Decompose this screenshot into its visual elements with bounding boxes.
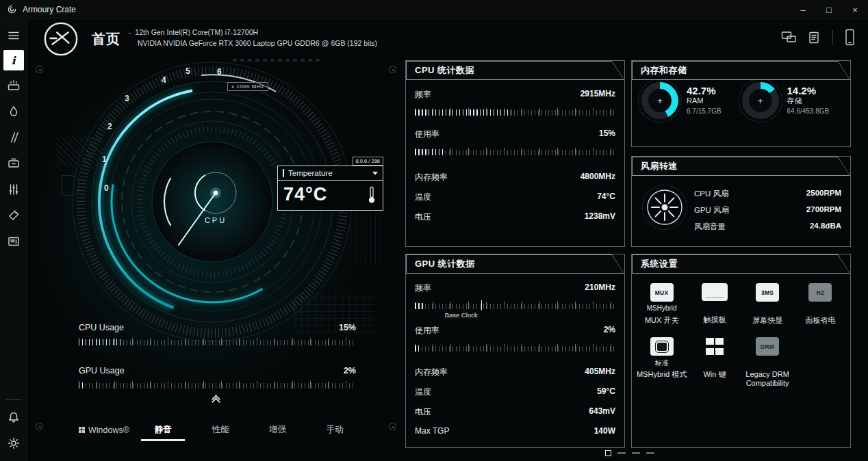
storage-donut-chart: + xyxy=(742,82,779,119)
sidebar: i xyxy=(0,19,27,461)
corner-target-mark xyxy=(36,66,43,73)
sidebar-item-home[interactable]: i xyxy=(3,50,24,70)
tooltip-title: Temperature xyxy=(283,169,333,177)
gpu-load-value: 2% xyxy=(604,325,615,337)
titlebar: Armoury Crate – □ × xyxy=(0,0,868,19)
mode-manual[interactable]: 手动 xyxy=(310,420,359,441)
svg-text:CPU: CPU xyxy=(205,216,227,224)
gpu-usage-meter: GPU Usage 2% xyxy=(79,366,356,388)
maximize-button[interactable]: □ xyxy=(816,0,842,19)
cpu-usage-ruler xyxy=(79,338,356,345)
aura-sync-icon[interactable] xyxy=(2,100,25,122)
gauge-tooltip: 8.0.6 / 286 Temperature 74°C xyxy=(277,157,383,211)
windows-icon xyxy=(79,427,85,433)
setting-legacy-drm[interactable]: DRM Legacy DRM Compatibility xyxy=(742,337,793,388)
setting-mshybrid-mode[interactable]: 标准 MSHybrid 模式 xyxy=(636,337,687,388)
fan-icon xyxy=(645,187,685,227)
cpu-usage-meter: CPU Usage 15% xyxy=(79,323,356,345)
cpu-freq-label: 频率 xyxy=(415,89,431,101)
page-dot[interactable] xyxy=(617,452,626,454)
scenario-profiles-icon[interactable] xyxy=(2,126,25,148)
armoury-crate-window: Armoury Crate – □ × i xyxy=(0,0,868,461)
mode-windows[interactable]: Windows® xyxy=(77,420,131,441)
storage-label: 存储 xyxy=(787,96,830,106)
page-dot[interactable] xyxy=(632,452,640,454)
cpu-freq-ruler xyxy=(415,108,615,116)
app-title: Armoury Crate xyxy=(23,5,76,14)
tools-icon[interactable] xyxy=(2,204,25,226)
hz-chip-icon: HZ xyxy=(808,283,832,302)
setting-mux-switch[interactable]: MUX MSHybrid MUX 开关 xyxy=(636,283,687,325)
drm-chip-icon: DRM xyxy=(756,337,779,356)
cpu-load-label: 使用率 xyxy=(415,129,439,140)
setting-win-key[interactable]: Win 键 xyxy=(689,337,740,388)
3ms-chip-icon: 3MS xyxy=(756,283,779,302)
device-settings-icon[interactable] xyxy=(2,178,25,200)
macro-keys-icon[interactable] xyxy=(808,31,821,44)
game-library-icon[interactable] xyxy=(2,152,25,174)
fan-speed-panel: 风扇转速 xyxy=(631,156,851,247)
mode-turbo[interactable]: 增强 xyxy=(253,420,302,441)
header-divider xyxy=(832,30,833,45)
system-settings-title: 系统设置 xyxy=(633,255,850,273)
cpu-chip-icon xyxy=(650,337,674,356)
mobile-device-icon[interactable] xyxy=(844,29,856,47)
mux-chip-icon: MUX xyxy=(650,283,674,302)
memory-storage-title: 内存和存储 xyxy=(633,62,850,79)
storage-detail: 64.6/453.8GB xyxy=(787,106,830,116)
page-dot-active[interactable] xyxy=(605,450,611,456)
performance-mode-bar: Windows® 静音 性能 增强 手动 xyxy=(77,420,359,441)
memory-storage-panel: 内存和存储 + 42.7% RAM 6.7/15.7GB + 14.2% 存储 xyxy=(631,60,851,147)
corner-target-mark xyxy=(389,423,396,430)
corner-target-mark xyxy=(36,423,43,430)
gpu-stats-title: GPU 统计数据 xyxy=(407,255,624,273)
close-button[interactable]: × xyxy=(842,0,868,19)
gauge-tick-2: 2 xyxy=(107,122,112,131)
mode-silent[interactable]: 静音 xyxy=(138,420,188,441)
cpu-stats-title: CPU 统计数据 xyxy=(407,62,624,79)
cpu-stats-panel: CPU 统计数据 频率 2915MHz 使用率 15% xyxy=(405,60,625,247)
cpu-usage-value: 15% xyxy=(339,323,356,332)
storage-percent: 14.2% xyxy=(787,85,830,96)
collapse-chevron[interactable] xyxy=(207,399,224,405)
plus-icon: + xyxy=(657,96,663,106)
cpu-load-value: 15% xyxy=(599,129,615,140)
gauge-scale-label: x 1000 MHz xyxy=(227,82,268,91)
mode-performance[interactable]: 性能 xyxy=(196,420,245,441)
ram-donut-group: + 42.7% RAM 6.7/15.7GB xyxy=(641,81,741,120)
gpu-usage-ruler xyxy=(79,381,356,388)
news-icon[interactable] xyxy=(2,230,25,252)
thermometer-icon xyxy=(368,186,376,204)
chevron-down-icon xyxy=(372,172,378,175)
gauge-tick-5: 5 xyxy=(186,66,190,76)
setting-panel-overdrive[interactable]: 3MS 屏幕快显 xyxy=(742,283,793,325)
ram-detail: 6.7/15.7GB xyxy=(687,106,722,116)
cpu-freq-value: 2915MHz xyxy=(580,89,615,101)
notifications-icon[interactable] xyxy=(2,406,25,428)
ram-percent: 42.7% xyxy=(687,85,722,96)
setting-panel-power-saver[interactable]: HZ 面板省电 xyxy=(795,283,846,325)
gpu-freq-label: 频率 xyxy=(415,282,431,294)
cpu-info: 12th Gen Intel(R) Core(TM) i7-12700H xyxy=(135,28,258,36)
device-lighting-icon[interactable] xyxy=(2,74,25,96)
device-view-icon[interactable] xyxy=(781,31,797,44)
page-indicator xyxy=(605,450,654,456)
storage-donut-group: + 14.2% 存储 64.6/453.8GB xyxy=(741,81,842,120)
minimize-button[interactable]: – xyxy=(790,0,816,19)
setting-touchpad[interactable]: 触摸板 xyxy=(689,283,740,325)
tooltip-meta: 8.0.6 / 286 xyxy=(353,157,383,166)
app-logo-icon xyxy=(7,4,17,14)
windows-logo-icon xyxy=(703,337,726,356)
gpu-stats-panel: GPU 统计数据 频率 210MHz Base Clock 使用率 xyxy=(405,254,625,448)
cpu-usage-label: CPU Usage xyxy=(79,323,124,332)
gauge-tick-0: 0 xyxy=(104,183,109,193)
page-dot[interactable] xyxy=(646,452,654,454)
base-clock-marker: Base Clock xyxy=(415,309,615,319)
ram-donut-chart: + xyxy=(641,82,678,119)
info-bullet: - xyxy=(129,28,131,36)
corner-target-mark xyxy=(389,66,396,73)
menu-icon[interactable] xyxy=(2,24,25,47)
ram-label: RAM xyxy=(687,96,722,106)
tooltip-metric-select[interactable]: Temperature xyxy=(278,166,383,181)
settings-gear-icon[interactable] xyxy=(2,432,25,454)
